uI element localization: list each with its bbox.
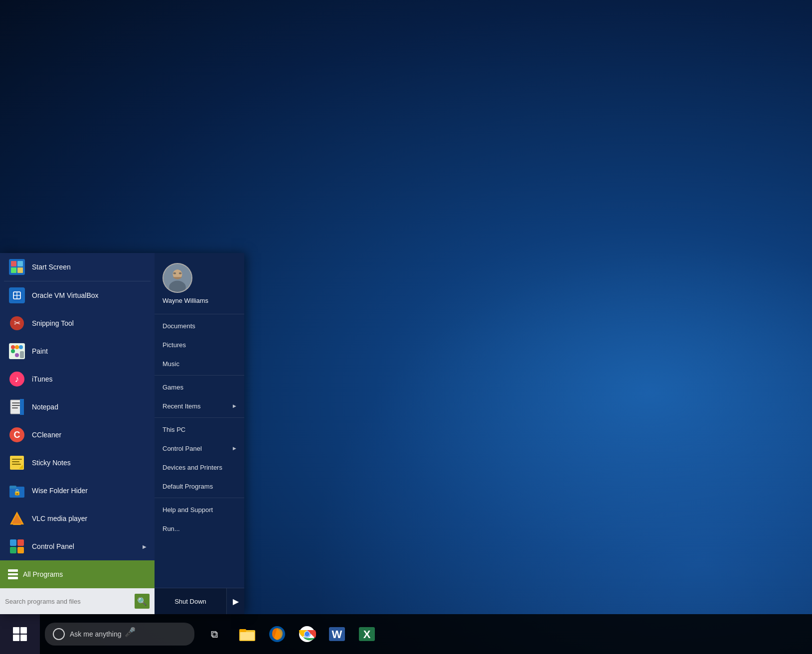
- shutdown-button[interactable]: Shut Down: [155, 588, 226, 614]
- documents-label: Documents: [162, 322, 195, 330]
- taskbar-pinned-apps: W X: [234, 621, 380, 647]
- svg-rect-34: [10, 539, 16, 546]
- help-support-item[interactable]: Help and Support: [155, 500, 244, 519]
- documents-item[interactable]: Documents: [155, 316, 244, 335]
- right-control-panel-label: Control Panel: [162, 445, 202, 452]
- sticky-notes-icon: [8, 454, 26, 472]
- virtualbox-item[interactable]: Oracle VM VirtualBox: [0, 281, 155, 309]
- start-screen-item[interactable]: Start Screen: [0, 253, 155, 281]
- svg-text:♪: ♪: [15, 374, 19, 384]
- taskbar-search-box[interactable]: Ask me anything 🎤: [45, 623, 194, 646]
- svg-text:X: X: [363, 628, 371, 641]
- start-menu-left-panel: Start Screen Oracle VM VirtualBox ✂: [0, 253, 155, 614]
- svg-rect-36: [10, 547, 16, 553]
- paint-item[interactable]: Paint: [0, 337, 155, 365]
- games-label: Games: [162, 384, 183, 391]
- default-programs-label: Default Programs: [162, 483, 213, 490]
- svg-rect-24: [12, 459, 22, 460]
- recent-items-arrow: ▶: [233, 403, 236, 408]
- svg-rect-17: [12, 405, 20, 406]
- control-panel-arrow-right: ▶: [233, 446, 236, 451]
- ccleaner-item[interactable]: C CCleaner: [0, 421, 155, 449]
- word-button[interactable]: W: [324, 621, 350, 647]
- virtualbox-label: Oracle VM VirtualBox: [32, 291, 147, 299]
- shutdown-arrow-button[interactable]: ▶: [226, 588, 244, 614]
- svg-rect-18: [12, 407, 18, 408]
- wise-folder-label: Wise Folder Hider: [32, 487, 147, 495]
- start-menu: Start Screen Oracle VM VirtualBox ✂: [0, 253, 244, 614]
- itunes-item[interactable]: ♪ iTunes: [0, 365, 155, 393]
- control-panel-icon: [8, 537, 26, 555]
- svg-rect-37: [17, 547, 24, 553]
- run-item[interactable]: Run...: [155, 519, 244, 538]
- search-button[interactable]: 🔍: [135, 594, 150, 609]
- recent-items-item[interactable]: Recent Items ▶: [155, 396, 244, 415]
- pictures-label: Pictures: [162, 341, 186, 349]
- app-list: Start Screen Oracle VM VirtualBox ✂: [0, 253, 155, 560]
- right-control-panel-item[interactable]: Control Panel ▶: [155, 439, 244, 458]
- vlc-item[interactable]: VLC media player: [0, 505, 155, 532]
- svg-point-11: [15, 353, 19, 357]
- snipping-tool-label: Snipping Tool: [32, 319, 147, 327]
- taskbar-search-text: Ask me anything: [70, 630, 122, 638]
- cortana-icon: [53, 628, 65, 640]
- task-view-button[interactable]: ⧉: [202, 622, 227, 647]
- pictures-item[interactable]: Pictures: [155, 335, 244, 354]
- chrome-button[interactable]: [294, 621, 320, 647]
- devices-printers-item[interactable]: Devices and Printers: [155, 458, 244, 477]
- svg-point-8: [15, 345, 19, 349]
- svg-rect-35: [17, 539, 24, 546]
- paint-icon: [8, 342, 26, 360]
- wise-folder-icon: 🔒: [8, 482, 26, 500]
- notepad-item[interactable]: Notepad: [0, 393, 155, 421]
- svg-text:🔒: 🔒: [13, 488, 21, 496]
- taskbar: Ask me anything 🎤 ⧉: [0, 614, 812, 654]
- ccleaner-label: CCleaner: [32, 431, 147, 439]
- this-pc-label: This PC: [162, 426, 185, 433]
- start-button[interactable]: [0, 614, 40, 654]
- svg-rect-25: [12, 461, 19, 462]
- games-item[interactable]: Games: [155, 378, 244, 396]
- search-input[interactable]: [5, 598, 135, 605]
- all-programs-icon: [8, 569, 18, 579]
- snipping-tool-item[interactable]: ✂ Snipping Tool: [0, 309, 155, 337]
- all-programs-button[interactable]: All Programs: [0, 560, 155, 588]
- file-explorer-button[interactable]: [234, 621, 260, 647]
- run-label: Run...: [162, 525, 180, 532]
- user-avatar[interactable]: [162, 263, 192, 293]
- help-support-label: Help and Support: [162, 506, 213, 514]
- shutdown-arrow-icon: ▶: [233, 597, 239, 606]
- excel-button[interactable]: X: [354, 621, 380, 647]
- devices-printers-label: Devices and Printers: [162, 464, 222, 471]
- notepad-icon: [8, 398, 26, 416]
- this-pc-item[interactable]: This PC: [155, 420, 244, 439]
- svg-text:✂: ✂: [14, 319, 20, 327]
- music-item[interactable]: Music: [155, 354, 244, 373]
- task-view-icon: ⧉: [211, 629, 218, 640]
- user-section: Wayne Williams: [155, 258, 244, 312]
- shutdown-label: Shut Down: [174, 598, 206, 605]
- svg-rect-15: [10, 400, 21, 414]
- start-menu-right-panel: Wayne Williams Documents Pictures Music …: [155, 253, 244, 614]
- svg-rect-12: [20, 351, 24, 358]
- sticky-notes-label: Sticky Notes: [32, 459, 147, 467]
- start-screen-icon: [8, 258, 26, 276]
- recent-items-label: Recent Items: [162, 402, 201, 410]
- svg-rect-19: [20, 399, 24, 415]
- shutdown-section: Shut Down ▶: [155, 588, 244, 614]
- control-panel-arrow: ▶: [143, 544, 147, 549]
- virtualbox-icon: [8, 286, 26, 304]
- microphone-icon: 🎤: [125, 627, 140, 642]
- control-panel-item[interactable]: Control Panel ▶: [0, 532, 155, 560]
- wise-folder-item[interactable]: 🔒 Wise Folder Hider: [0, 477, 155, 505]
- firefox-button[interactable]: [264, 621, 290, 647]
- music-label: Music: [162, 360, 179, 368]
- all-programs-label: All Programs: [23, 570, 63, 578]
- sticky-notes-item[interactable]: Sticky Notes: [0, 449, 155, 477]
- svg-text:W: W: [332, 628, 342, 641]
- svg-point-10: [11, 349, 15, 353]
- default-programs-item[interactable]: Default Programs: [155, 477, 244, 496]
- start-icon: [13, 627, 27, 641]
- itunes-label: iTunes: [32, 375, 147, 383]
- ccleaner-icon: C: [8, 426, 26, 444]
